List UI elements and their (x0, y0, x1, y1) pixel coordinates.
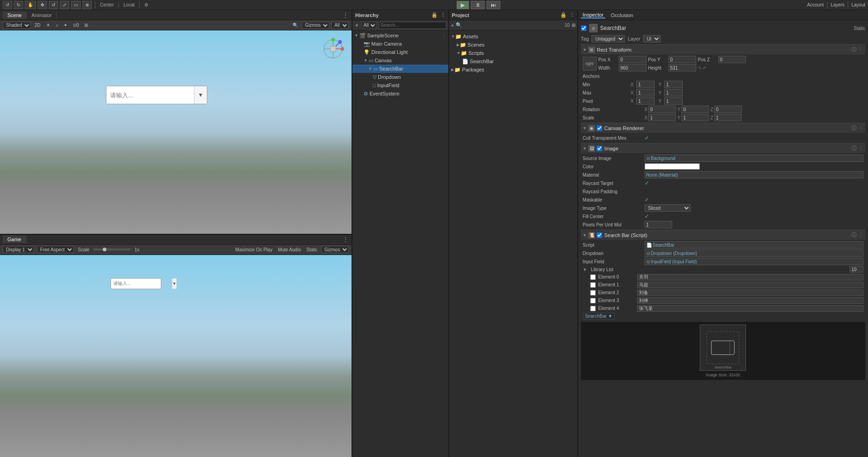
searchbar-more-btn[interactable]: ⋮ (442, 66, 446, 71)
scale-slider[interactable] (94, 249, 130, 250)
list-item-4-checkbox[interactable] (590, 306, 596, 311)
scene-more-btn[interactable]: ⋮ (342, 12, 349, 19)
game-gizmos-dropdown[interactable]: Gizmos (321, 246, 349, 253)
2d-btn[interactable]: 2D (33, 23, 42, 28)
image-active-checkbox[interactable] (597, 146, 602, 151)
image-section[interactable]: ▼ 🖼 Image ⓘ ⋮ (581, 143, 865, 153)
min-x-input[interactable] (636, 81, 655, 88)
pause-button[interactable]: ⏸ (471, 1, 485, 9)
game-more-btn[interactable]: ⋮ (342, 236, 349, 243)
shading-dropdown[interactable]: Shaded (3, 22, 31, 29)
gizmos-dropdown[interactable]: Gizmos (302, 22, 329, 29)
project-searchbar-script[interactable]: 📄 SearchBar (449, 57, 577, 65)
project-lock-icon[interactable]: 🔒 (560, 12, 567, 18)
project-more-icon[interactable]: ⋮ (569, 12, 575, 18)
layers-btn[interactable]: Layers (831, 2, 845, 7)
scale-tool[interactable]: ⤢ (60, 1, 69, 9)
list-item-2-value[interactable] (637, 290, 863, 296)
undo-button[interactable]: ↺ (3, 1, 12, 9)
hierarchy-lock-icon[interactable]: 🔒 (431, 12, 438, 18)
game-search-arrow[interactable]: ▼ (172, 279, 176, 289)
scene-search-input[interactable] (110, 92, 194, 99)
project-add-btn[interactable]: + (451, 23, 454, 28)
tree-searchbar[interactable]: ▼ ▭ SearchBar ⋮ (352, 65, 448, 73)
all-dropdown[interactable]: All (331, 22, 349, 29)
tree-main-camera[interactable]: 📷 Main Camera (352, 40, 448, 48)
tree-eventsystem[interactable]: ⚙ EventSystem (352, 89, 448, 98)
tree-dir-light[interactable]: 💡 Directional Light (352, 48, 448, 56)
project-layout-btn[interactable]: ⊞ (572, 23, 575, 28)
library-list-count[interactable] (850, 266, 863, 273)
max-y-input[interactable] (664, 89, 683, 96)
transform-tool[interactable]: ⊕ (82, 1, 92, 9)
lighting-btn[interactable]: ☀ (44, 23, 52, 28)
fx-btn[interactable]: ✦ (62, 23, 69, 28)
script-active-checkbox[interactable] (597, 232, 602, 238)
hierarchy-more-icon[interactable]: ⋮ (440, 12, 446, 18)
pos-x-input[interactable] (619, 56, 646, 63)
hierarchy-add-btn[interactable]: + (354, 22, 359, 29)
step-button[interactable]: ⏭ (487, 1, 500, 9)
list-item-2-checkbox[interactable] (590, 290, 596, 296)
script-ref-field[interactable]: 📄 SearchBar (645, 241, 863, 249)
list-item-3-checkbox[interactable] (590, 298, 596, 303)
list-item-1-checkbox[interactable] (590, 282, 596, 288)
list-item-0-value[interactable] (637, 274, 863, 280)
list-item-1-value[interactable] (637, 282, 863, 288)
rot-y-input[interactable] (681, 106, 709, 113)
project-scripts[interactable]: ▼ 📁 Scripts (449, 49, 577, 57)
pivot-y-input[interactable] (664, 97, 683, 105)
grid-btn[interactable]: ⊞ (82, 23, 90, 28)
canvas-menu-icon[interactable]: ⋮ (858, 125, 863, 131)
rect-tool[interactable]: ▭ (71, 1, 81, 9)
canvas-renderer-active[interactable] (597, 125, 602, 131)
searchbar-section-label[interactable]: SearchBar ▼ (583, 313, 615, 320)
project-search-btn[interactable]: 🔍 (456, 22, 462, 28)
color-swatch[interactable] (645, 163, 700, 170)
material-field[interactable]: None (Material) (645, 171, 863, 178)
width-input[interactable] (619, 64, 646, 71)
aspect-dropdown[interactable]: Free Aspect (37, 246, 74, 253)
scale-z-input[interactable] (714, 114, 742, 121)
stats-btn[interactable]: Stats (305, 247, 318, 252)
scale-x-input[interactable] (648, 114, 676, 121)
tag-dropdown[interactable]: Untagged (592, 35, 625, 42)
pos-z-input[interactable] (718, 56, 746, 63)
display-dropdown[interactable]: Display 1 (3, 246, 34, 253)
hierarchy-search[interactable] (379, 22, 446, 29)
project-packages[interactable]: ▶ 📁 Packages (449, 65, 577, 74)
hierarchy-all-dropdown[interactable]: All (361, 22, 377, 29)
canvas-info-icon[interactable]: ⓘ (851, 125, 856, 131)
project-assets[interactable]: ▼ 📁 Assets (449, 32, 577, 41)
min-y-input[interactable] (664, 81, 683, 88)
scene-more-btn[interactable]: ⋮ (442, 33, 446, 38)
account-btn[interactable]: Account (807, 2, 824, 7)
script-info-icon[interactable]: ⓘ (851, 231, 856, 238)
layer-dropdown[interactable]: UI (643, 35, 661, 42)
source-image-field[interactable]: ⊙ Background (645, 154, 863, 162)
pos-y-input[interactable] (669, 56, 696, 63)
max-x-input[interactable] (636, 89, 655, 96)
maximize-btn[interactable]: Maximize On Play (234, 247, 274, 252)
tab-animator[interactable]: Animator (27, 12, 57, 19)
occlusion-tab[interactable]: Occlusion (609, 12, 635, 18)
tree-dropdown[interactable]: ▽ Dropdown (352, 73, 448, 81)
script-menu-icon[interactable]: ⋮ (858, 231, 863, 238)
tab-game[interactable]: Game (3, 236, 26, 243)
mute-btn[interactable]: Mute Audio (276, 247, 302, 252)
hierarchy-scene-root[interactable]: ▼ 🎬 SampleScene ⋮ (352, 31, 448, 40)
redo-button[interactable]: ↻ (14, 1, 23, 9)
rect-info-icon[interactable]: ⓘ (851, 46, 856, 53)
image-type-dropdown[interactable]: Sliced (645, 204, 691, 212)
audio-btn[interactable]: ♪ (54, 23, 60, 28)
pivot-x-input[interactable] (636, 97, 655, 105)
project-scenes[interactable]: ▶ 📁 Scenes (449, 41, 577, 49)
game-search-input[interactable] (113, 281, 172, 286)
rot-z-input[interactable] (714, 106, 742, 113)
rotate-tool[interactable]: ↺ (49, 1, 58, 9)
scale-y-input[interactable] (681, 114, 709, 121)
move-tool[interactable]: ✥ (38, 1, 47, 9)
dropdown-ref-field[interactable]: ⊙ Dropdown (Dropdown) (645, 249, 863, 257)
rot-x-input[interactable] (648, 106, 676, 113)
tree-canvas[interactable]: ▼ ▭ Canvas (352, 56, 448, 65)
